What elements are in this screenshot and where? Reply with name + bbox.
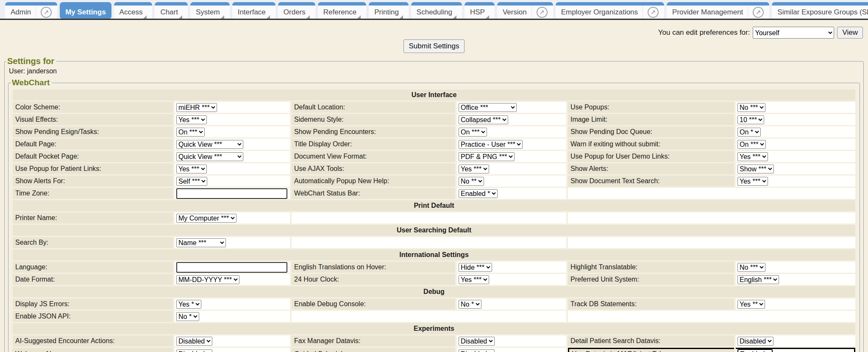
settings-for-legend: Settings for [6, 56, 56, 66]
setting-value-cell: Name *** [175, 237, 290, 248]
setting-select-use-datavis-in-mar-inject-tab[interactable]: Enabled [737, 349, 773, 352]
popup-arrow-icon[interactable]: ↗ [753, 7, 764, 18]
setting-select-enable-debug-console[interactable]: No * [459, 300, 481, 309]
setting-label-color-scheme: Color Scheme: [13, 102, 173, 113]
tab-provider-management[interactable]: Provider Management↗ [667, 2, 769, 19]
setting-select-automatically-popup-new-help[interactable]: No ** [459, 177, 484, 186]
setting-select-ai-suggested-encounter-actions[interactable]: Disabled [176, 337, 212, 346]
setting-input-language[interactable] [176, 262, 287, 273]
tab-orders[interactable]: Orders [278, 2, 315, 19]
section-header-international-settings: International Settings [13, 249, 855, 260]
tab-body[interactable]: System [190, 6, 230, 19]
tab-body[interactable]: Access [114, 6, 153, 19]
setting-input-time-zone[interactable] [176, 188, 287, 199]
tab-body[interactable]: Orders [278, 6, 315, 19]
setting-select-document-view-format[interactable]: PDF & PNG *** [459, 152, 515, 161]
setting-select-use-popup-for-patient-links[interactable]: Yes *** [176, 165, 207, 173]
setting-select-use-ajax-tools[interactable]: Yes *** [459, 165, 489, 173]
setting-label-automatically-popup-new-help: Automatically Popup New Help: [292, 176, 455, 187]
setting-select-show-pending-esign-tasks[interactable]: On *** [176, 128, 205, 137]
setting-select-detail-patient-search-datavis[interactable]: Disabled [737, 337, 773, 346]
tab-hsp[interactable]: HSP [465, 2, 495, 19]
tab-body[interactable]: Similar Exposure Groups (SEGs)↗ [772, 6, 868, 19]
tab-body[interactable]: Printing [369, 6, 409, 19]
setting-select-webscan-ai[interactable]: Disabled [176, 349, 212, 352]
popup-arrow-icon[interactable]: ↗ [41, 7, 52, 18]
tab-body[interactable]: Chart [155, 6, 188, 19]
setting-select-display-js-errors[interactable]: Yes * [176, 300, 201, 309]
setting-select-show-document-text-search[interactable]: Yes *** [737, 177, 768, 186]
setting-select-warn-if-exiting-without-submit[interactable]: On *** [737, 140, 766, 149]
setting-select-show-alerts[interactable]: Show *** [737, 165, 774, 173]
setting-select-title-display-order[interactable]: Practice - User *** [459, 140, 523, 149]
setting-select-guided-schedules[interactable]: Disabled [459, 349, 495, 352]
tab-interface[interactable]: Interface [232, 2, 275, 19]
setting-select-show-pending-doc-queue[interactable]: On * [737, 128, 761, 137]
popup-arrow-icon[interactable]: ↗ [537, 7, 548, 18]
tab-employer-organizations[interactable]: Employer Organizations↗ [556, 2, 664, 19]
setting-label-search-by: Search By: [13, 237, 173, 248]
setting-select-track-db-statements[interactable]: Yes ** [737, 300, 765, 309]
setting-select-show-pending-encounters[interactable]: On *** [459, 128, 487, 137]
setting-select-date-format[interactable]: MM-DD-YYYY *** [176, 275, 239, 284]
tab-label: HSP [470, 8, 485, 17]
setting-select-highlight-translatable[interactable]: No *** [737, 263, 765, 272]
tab-body[interactable]: Version↗ [497, 6, 553, 19]
tab-access[interactable]: Access [114, 2, 153, 19]
setting-select-printer-name[interactable]: My Computer *** [176, 214, 236, 223]
popup-arrow-icon[interactable]: ↗ [648, 7, 659, 18]
tab-body[interactable]: Scheduling [411, 6, 462, 19]
setting-select-color-scheme[interactable]: miEHR *** [176, 103, 217, 112]
tab-reference[interactable]: Reference [318, 2, 366, 19]
setting-label-preferred-unit-system: Preferred Unit System: [568, 274, 734, 285]
setting-select-english-translations-on-hover[interactable]: Hide *** [459, 263, 492, 272]
setting-select-default-page[interactable]: Quick View *** [176, 140, 243, 149]
tab-body[interactable]: HSP [465, 6, 495, 19]
setting-select-default-location[interactable]: Office *** [459, 103, 517, 112]
setting-select-use-popup-for-user-demo-links[interactable]: Yes *** [737, 152, 768, 161]
setting-label-default-page: Default Page: [13, 139, 173, 150]
setting-select-show-alerts-for[interactable]: Self *** [176, 177, 207, 186]
setting-label-show-alerts: Show Alerts: [568, 163, 734, 174]
tab-chart[interactable]: Chart [155, 2, 188, 19]
setting-value-cell: Disabled [175, 348, 290, 352]
setting-select-preferred-unit-system[interactable]: English *** [737, 275, 779, 284]
setting-select-webchart-status-bar[interactable]: Enabled * [459, 189, 498, 198]
tab-label: Access [120, 8, 143, 17]
setting-select-sidemenu-style[interactable]: Collapsed *** [459, 115, 508, 124]
setting-select-use-popups[interactable]: No *** [737, 103, 765, 112]
settings-row: AI-Suggested Encounter Actions:DisabledF… [13, 335, 855, 346]
setting-select-search-by[interactable]: Name *** [176, 238, 226, 247]
setting-select-default-pocket-page[interactable]: Quick View *** [176, 152, 243, 161]
setting-label-use-popups: Use Popups: [568, 102, 734, 113]
tab-body[interactable]: Interface [232, 6, 275, 19]
tab-body[interactable]: My Settings [60, 6, 111, 19]
setting-select-image-limit[interactable]: 10 *** [737, 115, 764, 124]
setting-select-24-hour-clock[interactable]: Yes *** [459, 275, 489, 284]
tab-label: Version [503, 8, 527, 17]
tab-body[interactable]: Provider Management↗ [667, 6, 769, 19]
tab-admin[interactable]: Admin↗ [5, 2, 57, 19]
setting-value-cell: Office *** [457, 102, 566, 113]
tab-printing[interactable]: Printing [369, 2, 409, 19]
tab-body[interactable]: Employer Organizations↗ [556, 6, 664, 19]
empty-cell [292, 237, 566, 248]
tab-scheduling[interactable]: Scheduling [411, 2, 462, 19]
tab-similar-exposure-groups-segs[interactable]: Similar Exposure Groups (SEGs)↗ [772, 2, 868, 19]
empty-cell [568, 212, 855, 223]
setting-label-display-js-errors: Display JS Errors: [13, 299, 173, 310]
edit-preferences-label: You can edit preferences for: [658, 28, 750, 37]
tab-version[interactable]: Version↗ [497, 2, 553, 19]
submit-settings-button[interactable]: Submit Settings [403, 39, 464, 53]
setting-select-visual-effects[interactable]: Yes *** [176, 115, 207, 124]
tab-system[interactable]: System [190, 2, 230, 19]
view-button[interactable]: View [837, 27, 863, 39]
setting-value-cell: Disabled [457, 335, 566, 346]
tab-body[interactable]: Admin↗ [5, 6, 57, 19]
preferences-user-select[interactable]: Yourself [753, 27, 834, 39]
tab-body[interactable]: Reference [318, 6, 366, 19]
section-header-print-default: Print Default [13, 200, 855, 211]
setting-select-enable-json-api[interactable]: No * [176, 312, 199, 321]
setting-select-fax-manager-datavis[interactable]: Disabled [459, 337, 495, 346]
tab-my-settings[interactable]: My Settings [60, 2, 111, 19]
